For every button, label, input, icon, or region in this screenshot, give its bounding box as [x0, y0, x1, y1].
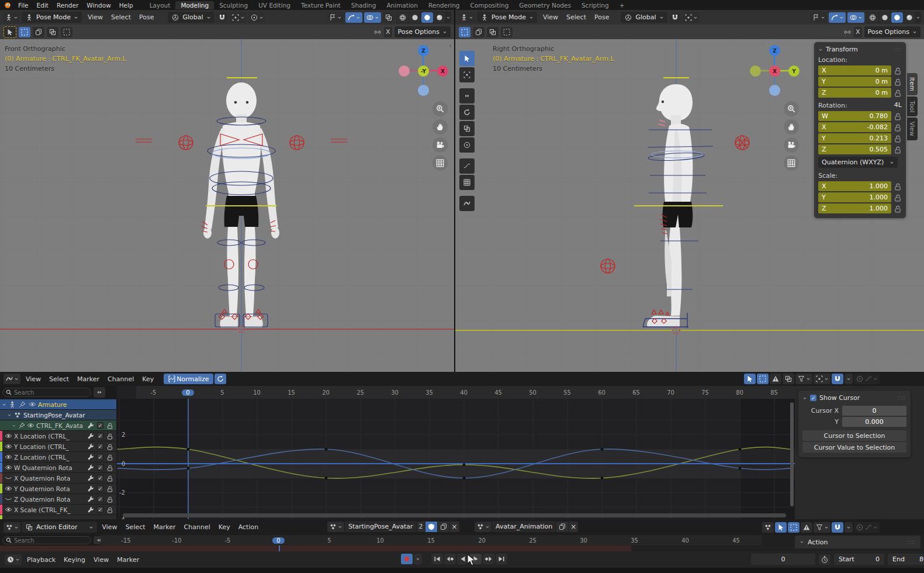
- show-gizmo-button[interactable]: [345, 12, 362, 23]
- editor-mode-select[interactable]: Action Editor: [22, 522, 97, 533]
- filter-button[interactable]: [814, 522, 830, 533]
- cursor-action-button[interactable]: Cursor Value to Selection: [802, 442, 906, 453]
- gizmo-x-axis[interactable]: X: [769, 65, 780, 77]
- topbar-menu-item[interactable]: Edit: [33, 2, 53, 9]
- unlock-icon[interactable]: [894, 112, 902, 120]
- frame-target-button[interactable]: [814, 374, 830, 384]
- unlock-icon[interactable]: [106, 432, 114, 440]
- channel-fcurve-row[interactable]: Y Location (CTRL_✓: [0, 441, 116, 451]
- shading-rendered-button[interactable]: [904, 12, 915, 23]
- vertical-scrollbar[interactable]: [790, 402, 794, 506]
- tool-transform[interactable]: [459, 137, 475, 153]
- graph-ruler[interactable]: -50510152025303540455055606570758085: [136, 386, 795, 399]
- gizmo-neg-y-axis[interactable]: -Y: [418, 65, 429, 77]
- graph-menu-item[interactable]: Key: [138, 375, 158, 383]
- track-browse-button[interactable]: [475, 522, 492, 532]
- graph-plot[interactable]: -50510152025303540455055606570758085 2 0…: [117, 386, 795, 519]
- timeline-menu-item[interactable]: Playback: [23, 556, 60, 564]
- timeline-editor-button[interactable]: [5, 554, 22, 565]
- gizmo-neg-x-axis[interactable]: [399, 65, 410, 77]
- camera-view-icon[interactable]: [432, 137, 448, 153]
- fake-user-button[interactable]: [425, 522, 437, 532]
- panel-grip[interactable]: ::::: [907, 540, 916, 545]
- wrench-icon[interactable]: [86, 443, 95, 451]
- unlink-action-button[interactable]: ×: [450, 522, 459, 532]
- wrench-icon[interactable]: [86, 464, 95, 472]
- workspace-tab[interactable]: Layout: [144, 1, 176, 9]
- auto-keying-button[interactable]: [401, 554, 413, 564]
- graph-menu-item[interactable]: Marker: [73, 375, 103, 383]
- tool-breakdowner[interactable]: [459, 196, 475, 211]
- channel-armature[interactable]: Armature: [0, 399, 116, 409]
- snap-toggle-button[interactable]: [669, 12, 681, 23]
- proportional-edit-button[interactable]: [854, 522, 880, 533]
- select-mode-set-button[interactable]: [19, 27, 30, 37]
- unlock-icon[interactable]: [106, 453, 114, 461]
- tool-measure[interactable]: [459, 175, 475, 190]
- pose-options-dropdown[interactable]: Pose Options: [394, 26, 451, 37]
- rotation-mode-dropdown[interactable]: Quaternion (WXYZ): [818, 157, 898, 168]
- workspace-tab[interactable]: Modeling: [175, 1, 214, 9]
- tab-view[interactable]: View: [907, 118, 918, 140]
- topbar-menu-item[interactable]: File: [14, 2, 33, 9]
- tool-annotate[interactable]: [459, 158, 475, 174]
- keying-menu-button[interactable]: [414, 554, 422, 564]
- shading-wireframe-button[interactable]: [397, 12, 409, 23]
- select-mode-invert-button[interactable]: [501, 27, 513, 37]
- rotation-field[interactable]: W0.780: [818, 111, 891, 121]
- topbar-menu-item[interactable]: Help: [115, 2, 137, 9]
- show-overlays-button[interactable]: [847, 12, 864, 23]
- mute-checkbox[interactable]: ✓: [97, 433, 103, 439]
- blender-logo-icon[interactable]: [4, 1, 12, 9]
- timeline-menu-item[interactable]: Marker: [113, 556, 143, 564]
- proportional-edit-button[interactable]: [248, 12, 265, 23]
- jump-to-start-button[interactable]: [431, 554, 443, 564]
- current-frame-field[interactable]: 0: [751, 554, 815, 565]
- unlock-icon[interactable]: [894, 182, 902, 191]
- channel-fcurve-row[interactable]: Y Quaternion Rota✓: [0, 484, 116, 493]
- show-cursor-checkbox[interactable]: ✓: [810, 395, 816, 401]
- gizmo-neg-z-axis[interactable]: [418, 85, 429, 96]
- unlock-icon[interactable]: [894, 146, 902, 154]
- pin-icon[interactable]: [18, 401, 26, 409]
- prev-keyframe-button[interactable]: [444, 554, 456, 564]
- panel-grip[interactable]: ::::: [898, 395, 906, 401]
- unlock-icon[interactable]: [894, 123, 902, 132]
- tab-tool[interactable]: Tool: [907, 96, 918, 116]
- select-mode-subtract-button[interactable]: [487, 27, 499, 37]
- eye-closed-icon[interactable]: [4, 474, 12, 482]
- unlock-icon[interactable]: [106, 464, 114, 472]
- viewport-front[interactable]: Pose Mode ViewSelectPose Global: [0, 10, 454, 372]
- only-errors-button[interactable]: [770, 374, 781, 384]
- snap-settings-button[interactable]: [230, 12, 247, 23]
- action-menu-item[interactable]: Select: [122, 523, 150, 531]
- unlock-icon[interactable]: [894, 89, 902, 97]
- channel-fcurve-row[interactable]: W Quaternion Rota✓: [0, 462, 116, 472]
- unlock-icon[interactable]: [106, 474, 114, 482]
- mute-checkbox[interactable]: ✓: [97, 454, 103, 460]
- wrench-icon[interactable]: [86, 474, 95, 482]
- eye-icon[interactable]: [4, 453, 12, 461]
- mute-checkbox[interactable]: ✓: [97, 443, 103, 450]
- action-panel-header[interactable]: Action ::::: [795, 536, 920, 548]
- workspace-tab[interactable]: +: [614, 1, 630, 9]
- edit-tool-button[interactable]: [775, 522, 787, 533]
- workspace-tab[interactable]: Geometry Nodes: [514, 1, 576, 9]
- action-search-input[interactable]: [14, 537, 78, 544]
- rotation-field[interactable]: Z0.505: [818, 144, 891, 154]
- mute-checkbox[interactable]: ✓: [97, 485, 103, 492]
- action-menu-item[interactable]: Key: [214, 523, 234, 531]
- gizmo-z-axis[interactable]: Z: [418, 45, 429, 56]
- select-mode-subtract-button[interactable]: [47, 27, 58, 37]
- pose-options-dropdown[interactable]: Pose Options: [864, 26, 920, 37]
- mirror-butterfly-icon[interactable]: [843, 28, 852, 36]
- tool-move[interactable]: [459, 88, 475, 103]
- gizmo-y-axis[interactable]: Y: [788, 65, 800, 77]
- mute-checkbox[interactable]: ✓: [97, 506, 103, 513]
- viewport-menu-item[interactable]: View: [84, 13, 107, 21]
- mirror-x-button[interactable]: X: [854, 27, 862, 37]
- snap-button[interactable]: [832, 522, 843, 533]
- viewport-right-canvas[interactable]: Right Orthographic (0) Armature : CTRL_F…: [455, 39, 924, 372]
- mute-checkbox[interactable]: ✓: [97, 422, 103, 429]
- eye-icon[interactable]: [4, 485, 12, 493]
